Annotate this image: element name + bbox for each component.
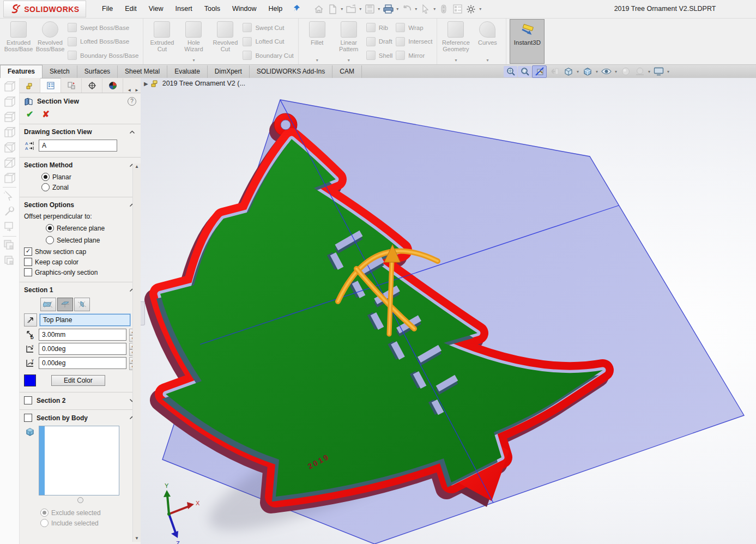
graphics-only-section-row[interactable]: Graphics-only section: [20, 267, 141, 277]
reference-plane-radio-row[interactable]: Reference plane: [20, 221, 141, 233]
reference-plane-radio[interactable]: [46, 224, 54, 232]
tab-surfaces[interactable]: Surfaces: [77, 65, 118, 78]
edit-color-button[interactable]: Edit Color: [51, 375, 105, 386]
settings-gear-icon[interactable]: [464, 3, 477, 16]
zonal-radio[interactable]: [41, 183, 50, 191]
ok-check-icon[interactable]: ✔: [26, 109, 33, 119]
extruded-cut-button[interactable]: Extruded Cut: [146, 19, 178, 64]
fillet-caret[interactable]: ▾: [301, 57, 333, 64]
feature-manager-tab[interactable]: [20, 78, 40, 93]
fillet-button[interactable]: Fillet ▾: [301, 19, 333, 64]
apply-scene-caret[interactable]: ▾: [648, 69, 650, 74]
dock-layers-icon-1[interactable]: [3, 239, 17, 252]
lofted-cut-button[interactable]: Lofted Cut: [243, 35, 293, 47]
show-section-cap-row[interactable]: ✓ Show section cap: [20, 246, 141, 257]
show-section-cap-checkbox[interactable]: ✓: [24, 247, 32, 256]
curves-caret[interactable]: ▾: [471, 57, 503, 64]
help-icon[interactable]: ?: [128, 97, 136, 106]
panel-scrollbar[interactable]: ▲ ▼: [132, 164, 141, 542]
select-dropdown-caret[interactable]: ▾: [433, 7, 436, 11]
hide-show-items-caret[interactable]: ▾: [615, 69, 617, 74]
keep-cap-color-row[interactable]: Keep cap color: [20, 257, 141, 267]
planar-radio[interactable]: [41, 173, 50, 181]
curves-button[interactable]: Curves ▾: [471, 19, 503, 64]
swept-boss-base-button[interactable]: Swept Boss/Base: [68, 22, 138, 34]
tab-cam[interactable]: CAM: [332, 65, 362, 78]
dock-wrench-icon[interactable]: [3, 205, 17, 219]
body-selection-listbox[interactable]: [39, 426, 119, 495]
graphics-only-section-checkbox[interactable]: [24, 268, 32, 276]
reverse-direction-button[interactable]: [24, 313, 37, 327]
view-settings-icon[interactable]: [652, 66, 666, 77]
pin-menu-icon[interactable]: [293, 4, 300, 14]
print-dropdown-caret[interactable]: ▾: [396, 7, 398, 11]
new-document-icon[interactable]: [326, 3, 339, 16]
open-icon[interactable]: [344, 3, 358, 16]
section-options-header[interactable]: Section Options: [20, 197, 141, 211]
instant3d-button[interactable]: Instant3D: [510, 19, 545, 64]
intersect-button[interactable]: Intersect: [396, 35, 432, 47]
dock-view-cube-icon-4[interactable]: [3, 125, 17, 139]
zoom-to-fit-icon[interactable]: [504, 66, 517, 77]
graphics-viewport[interactable]: 2019 Y: [141, 78, 756, 544]
dock-view-cube-icon-5[interactable]: [3, 141, 17, 154]
revolved-cut-button[interactable]: Revolved Cut: [209, 19, 241, 64]
apply-scene-icon[interactable]: [633, 66, 646, 77]
wrap-button[interactable]: Wrap: [396, 22, 432, 34]
reference-plane-input[interactable]: Top Plane: [40, 314, 130, 326]
feature-tree-root[interactable]: ▶ 2019 Tree Ornament V2 (...: [144, 80, 245, 87]
dock-view-cube-icon-2[interactable]: [3, 95, 17, 108]
tab-sheet-metal[interactable]: Sheet Metal: [118, 65, 167, 78]
exclude-selected-radio[interactable]: [40, 509, 49, 517]
menu-help[interactable]: Help: [263, 0, 289, 18]
hole-wizard-caret[interactable]: ▾: [178, 57, 209, 64]
zoom-to-area-icon[interactable]: [518, 66, 531, 77]
new-dropdown-caret[interactable]: ▾: [341, 7, 343, 11]
expand-triangle-icon[interactable]: ▶: [144, 81, 148, 87]
menu-tools[interactable]: Tools: [198, 0, 226, 18]
scene-3d[interactable]: 2019 Y: [141, 78, 756, 544]
section-label-input[interactable]: A: [39, 140, 117, 152]
y-rotation-input[interactable]: 0.00deg: [39, 357, 126, 369]
cancel-x-icon[interactable]: ✘: [42, 109, 49, 119]
display-style-caret[interactable]: ▾: [577, 69, 579, 74]
section1-header[interactable]: Section 1: [20, 282, 141, 297]
reference-geometry-button[interactable]: Reference Geometry ▾: [440, 19, 471, 64]
panel-splitter-handle[interactable]: [141, 301, 145, 325]
right-plane-button[interactable]: [74, 298, 90, 311]
touch-mode-icon[interactable]: [437, 3, 450, 16]
include-selected-radio[interactable]: [40, 519, 49, 527]
offset-distance-input[interactable]: 3.00mm: [39, 329, 126, 341]
selected-plane-radio[interactable]: [46, 236, 54, 244]
dock-select-sketch-icon[interactable]: [3, 190, 17, 203]
previous-view-icon[interactable]: [547, 66, 561, 77]
section-method-header[interactable]: Section Method: [20, 158, 141, 172]
display-style-icon[interactable]: [561, 66, 575, 77]
tab-dimxpert[interactable]: DimXpert: [208, 65, 250, 78]
tab-evaluate[interactable]: Evaluate: [167, 65, 208, 78]
scroll-up-icon[interactable]: ▲: [135, 164, 139, 170]
menu-window[interactable]: Window: [226, 0, 262, 18]
view-settings-caret[interactable]: ▾: [667, 69, 669, 74]
include-selected-row[interactable]: Include selected: [20, 518, 141, 528]
panel-tab-scroll-right-icon[interactable]: ►: [133, 88, 141, 93]
save-icon[interactable]: [363, 3, 376, 16]
linear-pattern-caret[interactable]: ▾: [333, 57, 365, 64]
menu-insert[interactable]: Insert: [170, 0, 198, 18]
tab-features[interactable]: Features: [0, 65, 43, 78]
lofted-boss-base-button[interactable]: Lofted Boss/Base: [68, 35, 138, 47]
linear-pattern-button[interactable]: Linear Pattern ▾: [333, 19, 365, 64]
dimxpert-manager-tab[interactable]: [82, 78, 102, 93]
selected-plane-radio-row[interactable]: Selected plane: [20, 233, 141, 246]
rib-button[interactable]: Rib: [366, 22, 393, 34]
save-dropdown-caret[interactable]: ▾: [378, 7, 380, 11]
panel-tab-scroll-left-icon[interactable]: ◄: [125, 88, 133, 93]
revolved-boss-base-button[interactable]: Revolved Boss/Base: [34, 19, 66, 64]
top-plane-button[interactable]: [57, 298, 73, 311]
dock-rebuild-icon[interactable]: [3, 220, 17, 234]
drawing-section-view-header[interactable]: Drawing Section View: [20, 124, 141, 138]
display-manager-tab[interactable]: [102, 78, 123, 93]
section-view-icon[interactable]: [532, 65, 547, 78]
dock-layers-icon-2[interactable]: [3, 254, 17, 268]
zonal-radio-row[interactable]: Zonal: [20, 182, 141, 192]
